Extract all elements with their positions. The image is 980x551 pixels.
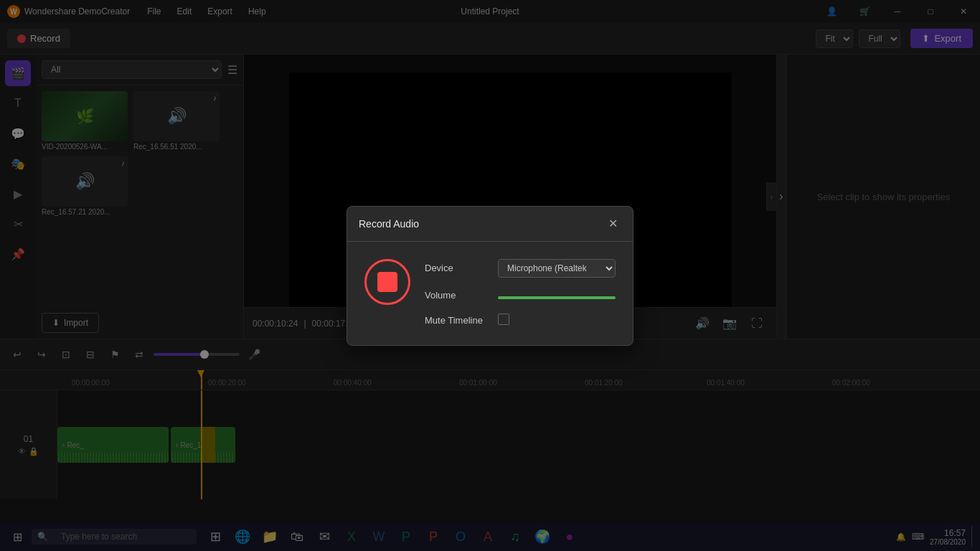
record-square-icon <box>377 272 397 292</box>
volume-control <box>498 289 616 302</box>
device-select[interactable]: Microphone (Realtek <box>498 259 616 278</box>
modal-fields: Device Microphone (Realtek Volume <box>425 259 616 328</box>
mute-control <box>498 314 616 328</box>
record-audio-dialog: Record Audio ✕ Device Microphone (Realte… <box>347 206 633 346</box>
mute-timeline-label: Mute Timeline <box>425 315 489 326</box>
modal-header: Record Audio ✕ <box>347 207 633 242</box>
modal-overlay: Record Audio ✕ Device Microphone (Realte… <box>0 0 980 551</box>
record-circle-button[interactable] <box>364 259 410 305</box>
mute-timeline-field: Mute Timeline <box>425 314 616 328</box>
volume-label: Volume <box>425 290 489 301</box>
device-label: Device <box>425 263 489 273</box>
device-field: Device Microphone (Realtek <box>425 259 616 278</box>
modal-title: Record Audio <box>359 218 419 230</box>
mute-checkbox[interactable] <box>498 314 509 325</box>
device-control: Microphone (Realtek <box>498 259 616 278</box>
volume-slider[interactable] <box>498 296 616 299</box>
modal-body: Device Microphone (Realtek Volume <box>347 242 633 345</box>
modal-close-button[interactable]: ✕ <box>604 215 621 232</box>
volume-field: Volume <box>425 289 616 302</box>
